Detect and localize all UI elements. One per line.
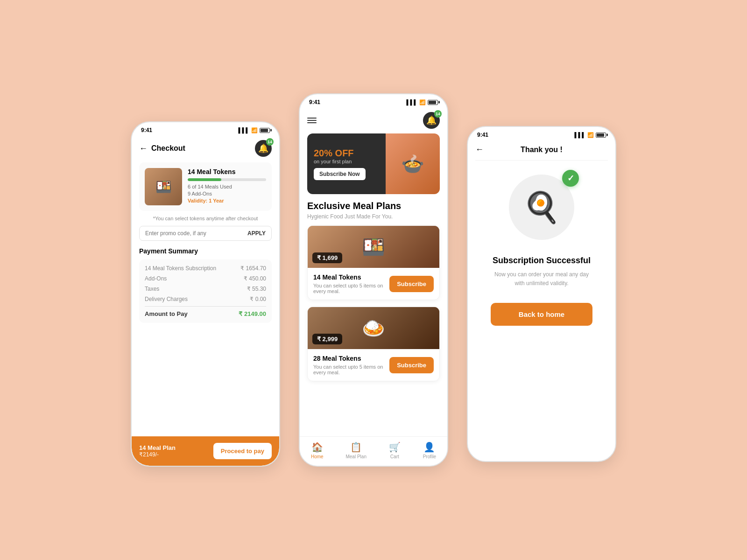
- time-1: 9:41: [141, 127, 152, 133]
- add-ons: 9 Add-Ons: [188, 191, 266, 196]
- banner-subscribe-button[interactable]: Subscribe Now: [314, 168, 366, 180]
- meal-plan-name-1: 28 Meal Tokens: [313, 355, 388, 362]
- nav-cart[interactable]: 🛒 Cart: [389, 441, 401, 459]
- total-label: Amount to Pay: [145, 310, 188, 317]
- checkout-header: ← Checkout 🔔 14: [132, 136, 279, 162]
- promo-row: APPLY: [139, 226, 272, 241]
- meals-used: 6 of 14 Meals Used: [188, 184, 266, 189]
- hamburger-menu[interactable]: [307, 118, 317, 123]
- summary-row-0: 14 Meal Tokens Subscription ₹ 1654.70: [145, 265, 266, 272]
- summary-amount-3: ₹ 0.00: [250, 296, 266, 302]
- thankyou-phone: 9:41 ▌▌▌ 📶 ← Thank you ! 🍳 ✓ Subscriptio…: [467, 126, 616, 462]
- summary-row-3: Delivery Charges ₹ 0.00: [145, 296, 266, 302]
- payment-summary-title: Payment Summary: [139, 247, 272, 255]
- signal-icon-2: ▌▌▌: [407, 99, 417, 105]
- meal-plan-desc-1: You can select upto 5 items on every mea…: [313, 364, 388, 375]
- subscribe-button-1[interactable]: Subscribe: [389, 357, 434, 373]
- banner-left: 20% OFF on your first plan Subscribe Now: [307, 133, 386, 194]
- meal-plan-img-1: 🍛 ₹ 2,999: [308, 307, 439, 349]
- nav-home[interactable]: 🏠 Home: [311, 441, 324, 459]
- battery-icon-3: [596, 133, 606, 138]
- meal-token-image: 🍱: [145, 168, 182, 205]
- bottom-nav: 🏠 Home 📋 Meal Plan 🛒 Cart 👤 Profile: [300, 436, 447, 466]
- status-bar-3: 9:41 ▌▌▌ 📶: [468, 127, 615, 141]
- ham-line-1: [307, 118, 317, 119]
- success-description: Now you can order your meal any day with…: [490, 270, 593, 288]
- thankyou-title: Thank you !: [521, 146, 563, 154]
- meal-plan-body-0: 14 Meal Tokens You can select upto 5 ite…: [308, 268, 439, 300]
- cart-nav-icon: 🛒: [389, 441, 401, 453]
- subscribe-button-0[interactable]: Subscribe: [389, 276, 434, 292]
- summary-total-row: Amount to Pay ₹ 2149.00: [145, 306, 266, 317]
- summary-row-1: Add-Ons ₹ 450.00: [145, 275, 266, 282]
- food-illustration: 🍳 ✓: [504, 170, 579, 245]
- summary-amount-0: ₹ 1654.70: [240, 265, 266, 272]
- meal-plan-nav-icon: 📋: [350, 441, 362, 453]
- summary-label-1: Add-Ons: [145, 275, 167, 282]
- validity: Validity: 1 Year: [188, 198, 266, 203]
- cart-nav-label: Cart: [390, 454, 399, 459]
- meal-plan-body-1: 28 Meal Tokens You can select upto 5 ite…: [308, 349, 439, 381]
- wifi-icon-3: 📶: [587, 132, 594, 138]
- home-notification-bell[interactable]: 🔔 14: [423, 112, 440, 129]
- signal-icon-1: ▌▌▌: [239, 127, 249, 133]
- summary-label-3: Delivery Charges: [145, 296, 188, 302]
- back-button-1[interactable]: ←: [139, 144, 148, 154]
- summary-label-0: 14 Meal Tokens Subscription: [145, 265, 216, 272]
- ham-line-3: [307, 122, 317, 123]
- checkout-title: Checkout: [151, 144, 185, 153]
- success-check-badge: ✓: [562, 170, 579, 187]
- wifi-icon-2: 📶: [419, 99, 426, 105]
- thankyou-header: ← Thank you !: [468, 141, 615, 160]
- status-icons-2: ▌▌▌ 📶: [407, 99, 438, 105]
- wifi-icon-1: 📶: [251, 127, 258, 133]
- banner-food-icon: 🍲: [401, 153, 424, 175]
- time-2: 9:41: [309, 99, 320, 105]
- meal-plan-desc-0: You can select upto 5 items on every mea…: [313, 283, 388, 294]
- apply-promo-button[interactable]: APPLY: [247, 230, 266, 237]
- home-notification-badge: 14: [434, 110, 442, 118]
- home-phone: 9:41 ▌▌▌ 📶 🔔 14 20% OFF on your first pl…: [299, 93, 448, 467]
- meal-token-name: 14 Meal Tokens: [188, 168, 266, 175]
- home-nav-icon: 🏠: [311, 441, 323, 453]
- battery-icon-2: [428, 100, 438, 105]
- footer-meal-info: 14 Meal Plan ₹2149/-: [139, 444, 176, 458]
- plate-food-icon: 🍳: [523, 190, 560, 225]
- nav-profile[interactable]: 👤 Profile: [423, 441, 436, 459]
- meal-plan-card-0: 🍱 ₹ 1,699 14 Meal Tokens You can select …: [307, 225, 440, 300]
- notification-badge: 14: [266, 138, 274, 146]
- meal-plan-nav-label: Meal Plan: [345, 454, 366, 459]
- success-title: Subscription Successful: [493, 256, 591, 266]
- meal-token-info: 14 Meal Tokens 6 of 14 Meals Used 9 Add-…: [188, 168, 266, 205]
- meal-image-inner: 🍱: [145, 168, 182, 205]
- back-to-home-button[interactable]: Back to home: [491, 303, 592, 326]
- battery-icon-1: [260, 128, 270, 133]
- promo-banner[interactable]: 20% OFF on your first plan Subscribe Now…: [307, 133, 440, 194]
- meal-plan-img-0: 🍱 ₹ 1,699: [308, 226, 439, 268]
- summary-label-2: Taxes: [145, 286, 159, 292]
- plan-price-tag-0: ₹ 1,699: [312, 252, 342, 263]
- summary-amount-1: ₹ 450.00: [244, 275, 266, 282]
- time-3: 9:41: [477, 132, 488, 138]
- home-top-bar: 🔔 14: [300, 108, 447, 133]
- progress-bar-fill: [188, 178, 221, 181]
- status-icons-1: ▌▌▌ 📶: [239, 127, 270, 133]
- meal-plan-name-0: 14 Meal Tokens: [313, 273, 388, 281]
- meal-plan-card-1: 🍛 ₹ 2,999 28 Meal Tokens You can select …: [307, 307, 440, 381]
- checkout-header-left: ← Checkout: [139, 144, 185, 154]
- meal-token-card: 🍱 14 Meal Tokens 6 of 14 Meals Used 9 Ad…: [139, 162, 272, 211]
- checkout-content: 🍱 14 Meal Tokens 6 of 14 Meals Used 9 Ad…: [132, 162, 279, 445]
- nav-meal-plan[interactable]: 📋 Meal Plan: [345, 441, 366, 459]
- signal-icon-3: ▌▌▌: [575, 132, 585, 138]
- home-nav-label: Home: [311, 454, 324, 459]
- status-icons-3: ▌▌▌ 📶: [575, 132, 606, 138]
- promo-input[interactable]: [145, 230, 244, 237]
- notification-bell[interactable]: 🔔 14: [255, 140, 272, 157]
- proceed-to-pay-button[interactable]: Proceed to pay: [213, 443, 272, 459]
- section-title: Exclusive Meal Plans: [300, 201, 447, 213]
- profile-nav-label: Profile: [423, 454, 436, 459]
- total-amount: ₹ 2149.00: [239, 310, 266, 317]
- ham-line-2: [307, 120, 317, 121]
- back-button-3[interactable]: ←: [475, 145, 484, 154]
- checkout-phone: 9:41 ▌▌▌ 📶 ← Checkout 🔔 14 🍱 14 Meal Tok…: [131, 121, 280, 467]
